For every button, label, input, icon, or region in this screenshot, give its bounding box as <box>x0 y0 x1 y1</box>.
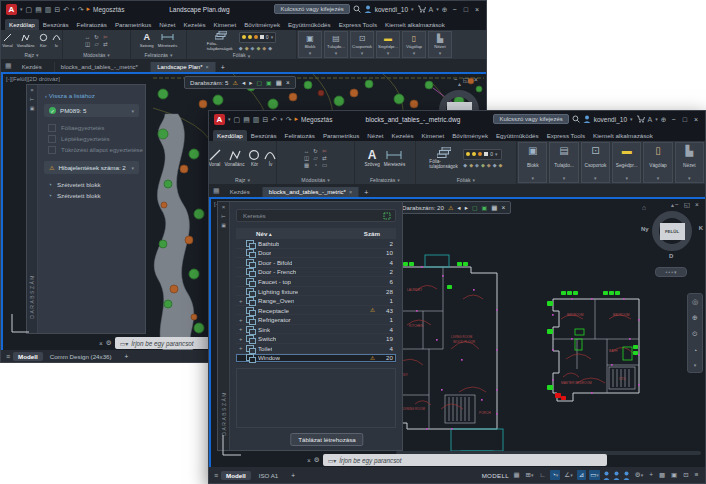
ribbon-tab[interactable]: Beszúrás <box>39 19 73 30</box>
polyline-tool[interactable]: Vonallánc <box>225 149 245 167</box>
new-layout-button[interactable]: + <box>286 471 300 480</box>
panel-label-annotate[interactable]: Feliratozás▾ <box>355 175 415 184</box>
layer-tool-icons[interactable]: ◆◆◆◆◆◆◆ <box>463 162 502 168</box>
panel-label-modify[interactable]: Módosítás▾ <box>277 175 354 184</box>
help-icon[interactable]: ⊕ <box>442 6 448 13</box>
ribbon-tile-clipboard[interactable]: ▯Vágólap▾ <box>643 142 672 183</box>
checkbox[interactable] <box>48 146 56 154</box>
layout-tab[interactable]: Modell <box>13 352 43 361</box>
viewcube-ring[interactable]: FELÜL <box>652 211 692 251</box>
panel-label-draw[interactable]: Rajz▾ <box>209 175 276 184</box>
palette-close-icon[interactable]: × <box>30 87 34 93</box>
file-tab[interactable]: Landscape Plan*× <box>151 62 216 72</box>
signed-in-user[interactable]: kovendi_10 <box>375 6 408 13</box>
minimize-button[interactable]: − <box>670 116 678 123</box>
ribbon-tile-groups[interactable]: ⊡Csoportok▾ <box>581 142 610 183</box>
user-dropdown-icon[interactable]: ▾ <box>411 6 414 12</box>
viewcube-south-label[interactable]: D <box>669 253 673 259</box>
match-option-row[interactable]: Fóliaegyeztetés <box>48 122 155 133</box>
count-next-icon[interactable]: ▸ <box>465 204 468 212</box>
help-search-input[interactable]: Kulcsszó vagy kifejezés <box>274 4 349 14</box>
file-tab[interactable]: blocks_and_tables_-_metric*× <box>263 187 359 197</box>
palette-close-icon[interactable]: × <box>222 204 226 210</box>
layout-tab-model[interactable]: Modell <box>221 471 251 480</box>
search-icon[interactable] <box>353 5 361 13</box>
ribbon-tile-clipboard[interactable]: ▯Vágólap▾ <box>402 31 426 58</box>
file-tab-menu-icon[interactable]: ▦ <box>5 62 12 70</box>
new-file-icon[interactable]: ▢ <box>234 116 241 123</box>
count-table-icon[interactable]: ▦ <box>491 204 497 212</box>
expand-icon[interactable]: + <box>239 336 246 342</box>
share-button[interactable]: Megosztás <box>93 6 124 13</box>
count-list-item[interactable]: + Window ⚠ 20 <box>236 354 396 364</box>
open-file-icon[interactable]: ▤ <box>35 6 42 13</box>
navigation-bar[interactable]: ◎ ⊕ ⊙ ◔ ▾ <box>687 293 703 373</box>
user-dropdown-icon[interactable]: ▾ <box>630 116 633 122</box>
back-to-list-link[interactable]: ‹ Vissza a listához <box>45 92 95 99</box>
count-list-item[interactable]: + Switch ⚠ 19 <box>236 334 396 344</box>
modify-tool-icons[interactable]: ↔↻✂◫▱⇄▦◔▭ <box>303 148 329 168</box>
panel-label-annotate[interactable]: Feliratozás▾ <box>131 51 186 59</box>
line-tool[interactable]: Vonal <box>209 149 221 167</box>
count-list-item[interactable]: + Refrigerator ⚠ 1 <box>236 315 396 325</box>
workspace-icon[interactable]: ⚙▾ <box>633 470 644 480</box>
share-button[interactable]: Megosztás <box>301 116 332 123</box>
file-tab-close-icon[interactable]: × <box>349 189 352 195</box>
help-icon[interactable]: ⊕ <box>661 116 667 123</box>
units-icon[interactable]: ▩ <box>657 470 666 480</box>
file-tab[interactable]: Kezdés× <box>16 62 55 72</box>
app-menu-dropdown-icon[interactable]: ▾ <box>228 116 231 122</box>
count-table-icon[interactable]: ▦ <box>276 79 282 87</box>
app-store-cart-icon[interactable] <box>417 5 426 13</box>
expand-icon[interactable]: + <box>239 317 246 323</box>
search-icon[interactable] <box>572 115 580 123</box>
text-tool[interactable]: ASzöveg <box>364 149 379 167</box>
layer-tool-icons[interactable]: ◆◆◆◆◆◆ <box>239 45 276 51</box>
select-objects-icon[interactable] <box>383 212 391 220</box>
expand-icon[interactable]: + <box>239 345 246 351</box>
undo-dropdown-icon[interactable]: ▾ <box>72 6 75 12</box>
ribbon-tile-block[interactable]: ▣Blokk▾ <box>298 31 322 58</box>
layout-menu-icon[interactable]: ≡ <box>214 472 218 479</box>
layout-tab-iso-a1[interactable]: ISO A1 <box>254 471 284 480</box>
user-avatar-icon[interactable] <box>583 115 591 123</box>
save-icon[interactable]: ▥ <box>45 6 52 13</box>
count-list-item[interactable]: + Faucet - top ⚠ 6 <box>236 277 396 287</box>
undo-icon[interactable]: ↶ <box>63 6 69 13</box>
palette-properties-icon[interactable]: ▣ <box>221 222 226 228</box>
annotation-scale-icon[interactable] <box>623 471 630 480</box>
account-dropdown-icon[interactable]: ▾ <box>655 116 658 122</box>
pan-icon[interactable]: ⊕ <box>692 314 698 322</box>
expand-icon[interactable]: + <box>239 326 246 332</box>
search-input[interactable] <box>241 211 379 220</box>
issues-header-row[interactable]: ⚠ Hibajelentések száma: 2 ▾ <box>44 161 139 174</box>
user-avatar-icon[interactable] <box>364 5 372 13</box>
grid-icon[interactable]: ▦ <box>512 470 521 480</box>
command-customize-icon[interactable]: ⚙ <box>106 339 112 347</box>
match-option-row[interactable]: Léptékegyeztetés <box>48 133 155 144</box>
match-option-row[interactable]: Tükrözési állapot egyeztetése <box>48 144 155 155</box>
collapse-icon[interactable]: ▾ <box>131 108 134 114</box>
ribbon-tab[interactable]: Együttműködés <box>284 19 335 30</box>
file-tab[interactable]: Kezdés× <box>224 187 263 197</box>
issue-row[interactable]: ◔Szétvetett blokk <box>48 190 155 201</box>
dimension-tool[interactable]: Méretezés <box>158 33 178 48</box>
model-space-badge[interactable]: MODELL <box>482 472 509 479</box>
palette-properties-icon[interactable]: ▣ <box>30 105 35 111</box>
ribbon-tab[interactable]: Kezdőlap <box>213 130 247 141</box>
viewcube-east-label[interactable]: K <box>699 225 703 231</box>
isodraft-icon[interactable]: ∠▾ <box>563 470 574 480</box>
count-list-item[interactable]: + Sink ⚠ 4 <box>236 325 396 335</box>
ortho-icon[interactable]: ∟ <box>538 470 547 480</box>
ribbon-tab[interactable]: Bővítmények <box>240 19 284 30</box>
polyline-tool[interactable]: Vonallánc <box>17 33 35 48</box>
account-dropdown-icon[interactable]: ▾ <box>436 6 439 12</box>
open-file-icon[interactable]: ▤ <box>243 116 250 123</box>
checkbox[interactable] <box>48 124 56 132</box>
new-layout-button[interactable]: + <box>120 352 134 361</box>
ribbon-tile-view[interactable]: ▙Nézet▾ <box>428 31 452 58</box>
autodesk-account-icon[interactable]: A <box>648 116 653 123</box>
ribbon-tab[interactable]: Beszúrás <box>247 130 281 141</box>
create-table-button[interactable]: Táblázat létrehozása <box>290 433 363 446</box>
circle-tool[interactable]: Kör <box>39 33 48 48</box>
